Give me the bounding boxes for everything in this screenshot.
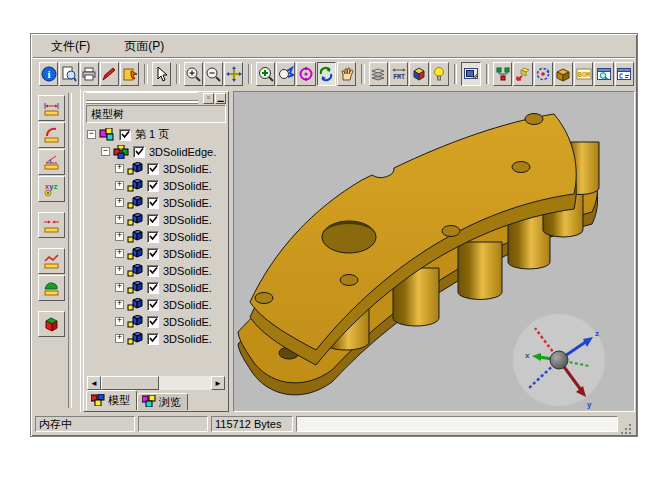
tree-row-part[interactable]: + 3DSolidE. <box>87 313 225 330</box>
tree-row-part[interactable]: + 3DSolidE. <box>87 160 225 177</box>
tree-row-part[interactable]: + 3DSolidE. <box>87 279 225 296</box>
expand-icon[interactable]: + <box>115 300 124 309</box>
panel-drag-gripper[interactable] <box>86 92 198 101</box>
tree-row-part[interactable]: + 3DSolidE. <box>87 330 225 347</box>
part-checkbox[interactable] <box>147 282 159 294</box>
view-cube-button[interactable] <box>409 62 428 86</box>
tree-label-part[interactable]: 3DSolidE. <box>163 282 212 294</box>
panel-maximize-button[interactable]: ▫ <box>203 93 214 104</box>
hand-pan-button[interactable] <box>337 62 356 86</box>
tree-row-part[interactable]: + 3DSolidE. <box>87 228 225 245</box>
tree-label-part[interactable]: 3DSolidE. <box>163 265 212 277</box>
dimension-format-button[interactable]: FMT <box>389 62 408 86</box>
collapse-icon[interactable]: − <box>87 130 96 139</box>
info-button[interactable]: i <box>39 62 58 86</box>
page-checkbox[interactable] <box>119 129 131 141</box>
part-checkbox[interactable] <box>147 299 159 311</box>
tree-row-part[interactable]: + 3DSolidE. <box>87 194 225 211</box>
zoom-dynamic-button[interactable] <box>276 62 295 86</box>
part-checkbox[interactable] <box>147 316 159 328</box>
tree-row-assembly[interactable]: − 3DSolidEdge. <box>87 143 225 160</box>
resize-grip[interactable] <box>621 422 633 434</box>
tree-row-part[interactable]: + 3DSolidE. <box>87 245 225 262</box>
part-checkbox[interactable] <box>147 214 159 226</box>
expand-icon[interactable]: + <box>115 164 124 173</box>
expand-icon[interactable]: + <box>115 198 124 207</box>
layers-button[interactable] <box>369 62 388 86</box>
scroll-right-button[interactable]: ► <box>211 376 225 390</box>
tab-model[interactable]: 模型 <box>86 390 137 410</box>
scroll-left-button[interactable]: ◄ <box>87 376 101 390</box>
part-checkbox[interactable] <box>147 248 159 260</box>
expand-icon[interactable]: + <box>115 215 124 224</box>
tree-row-part[interactable]: + 3DSolidE. <box>87 262 225 279</box>
print-button[interactable] <box>80 62 99 86</box>
bom-button[interactable]: BOM <box>574 62 593 86</box>
measure-gap-button[interactable] <box>38 212 65 238</box>
tree-label-page[interactable]: 第 1 页 <box>135 127 169 142</box>
tree-label-assembly[interactable]: 3DSolidEdge. <box>149 146 216 158</box>
measure-distance-button[interactable] <box>38 95 65 121</box>
part-checkbox[interactable] <box>147 265 159 277</box>
tree-label-part[interactable]: 3DSolidE. <box>163 333 212 345</box>
tree-label-part[interactable]: 3DSolidE. <box>163 231 212 243</box>
part-checkbox[interactable] <box>147 333 159 345</box>
part-checkbox[interactable] <box>147 180 159 192</box>
preview-window-button[interactable] <box>594 62 613 86</box>
tree-row-part[interactable]: + 3DSolidE. <box>87 211 225 228</box>
expand-icon[interactable]: + <box>115 266 124 275</box>
export-image-button[interactable] <box>120 62 139 86</box>
assembly-tree-button[interactable] <box>493 62 512 86</box>
scrollbar-track[interactable] <box>101 376 211 390</box>
zoom-in-button[interactable] <box>184 62 203 86</box>
collapse-icon[interactable]: − <box>101 147 110 156</box>
assembly-checkbox[interactable] <box>133 146 145 158</box>
expand-icon[interactable]: + <box>115 334 124 343</box>
tree-label-part[interactable]: 3DSolidE. <box>163 180 212 192</box>
tree-label-part[interactable]: 3DSolidE. <box>163 197 212 209</box>
scrollbar-thumb[interactable] <box>101 376 159 390</box>
tree-row-page[interactable]: − 第 1 页 <box>87 126 225 143</box>
solid-view-button[interactable] <box>554 62 573 86</box>
part-checkbox[interactable] <box>147 197 159 209</box>
select-cursor-button[interactable] <box>152 62 171 86</box>
measure-angle-button[interactable] <box>38 149 65 175</box>
structure-list-button[interactable] <box>615 62 634 86</box>
expand-icon[interactable]: + <box>115 283 124 292</box>
orbit-button[interactable] <box>296 62 315 86</box>
light-button[interactable] <box>430 62 449 86</box>
tree-label-part[interactable]: 3DSolidE. <box>163 248 212 260</box>
tab-browse[interactable]: 浏览 <box>137 393 188 410</box>
measure-polyline-button[interactable] <box>38 248 65 274</box>
tree-row-part[interactable]: + 3DSolidE. <box>87 296 225 313</box>
render-settings-button[interactable] <box>461 62 480 86</box>
expand-icon[interactable]: + <box>115 317 124 326</box>
menu-page[interactable]: 页面(P) <box>120 36 168 57</box>
expand-icon[interactable]: + <box>115 232 124 241</box>
pan-crosshair-button[interactable] <box>224 62 243 86</box>
tree-label-part[interactable]: 3DSolidE. <box>163 316 212 328</box>
menu-file[interactable]: 文件(F) <box>47 36 94 57</box>
part-checkbox[interactable] <box>147 231 159 243</box>
zoom-window-button[interactable] <box>256 62 275 86</box>
tree-label-part[interactable]: 3DSolidE. <box>163 163 212 175</box>
tree-label-part[interactable]: 3DSolidE. <box>163 299 212 311</box>
tree-row-part[interactable]: + 3DSolidE. <box>87 177 225 194</box>
annotate-button[interactable] <box>100 62 119 86</box>
measure-area-button[interactable] <box>38 275 65 301</box>
measure-radius-button[interactable] <box>38 122 65 148</box>
move-part-button[interactable] <box>513 62 532 86</box>
part-checkbox[interactable] <box>147 163 159 175</box>
measure-volume-button[interactable] <box>38 311 65 337</box>
spin-view-button[interactable] <box>534 62 553 86</box>
expand-icon[interactable]: + <box>115 249 124 258</box>
expand-icon[interactable]: + <box>115 181 124 190</box>
tree-label-part[interactable]: 3DSolidE. <box>163 214 212 226</box>
print-preview-button[interactable] <box>59 62 78 86</box>
view-rotate-button[interactable] <box>317 62 336 86</box>
viewport-3d[interactable]: z y x <box>233 91 635 412</box>
panel-hide-button[interactable]: ▁ <box>215 93 226 104</box>
tree-horizontal-scrollbar[interactable]: ◄ ► <box>87 376 225 390</box>
zoom-out-button[interactable] <box>204 62 223 86</box>
measure-coordinate-button[interactable]: xyz <box>38 176 65 202</box>
